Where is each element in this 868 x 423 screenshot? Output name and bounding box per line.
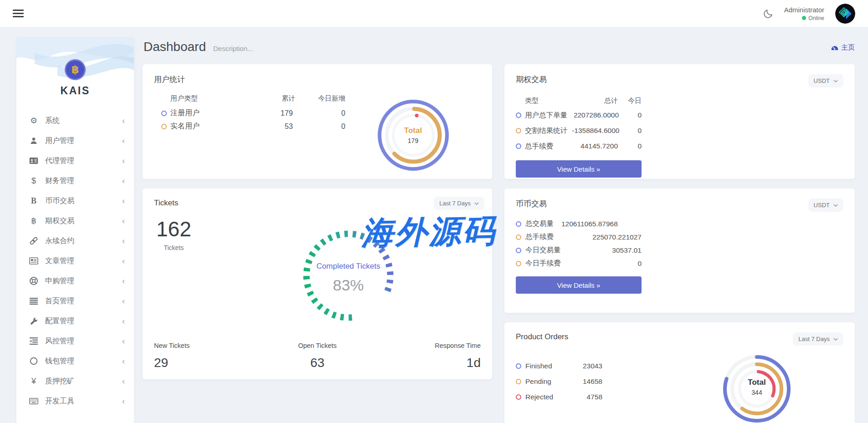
legend-dot-icon: [516, 112, 521, 118]
tickets-period-select[interactable]: Last 7 Days: [434, 197, 484, 210]
list-item: Rejected 4758: [516, 389, 602, 405]
user-stats-title: 用户统计: [154, 74, 481, 85]
chevron-icon: ‹: [122, 297, 125, 305]
dollar-icon: $: [28, 176, 39, 186]
brand-name: KAIS: [16, 85, 134, 97]
legend-dot-icon: [516, 394, 521, 400]
chevron-icon: ‹: [122, 137, 125, 145]
tickets-count-block: 162 Tickets: [156, 217, 191, 251]
chevron-icon: ‹: [122, 217, 125, 225]
product-orders-donut-chart: Total 344: [716, 348, 798, 423]
sidebar-item-system[interactable]: ⚙ 系统‹: [16, 111, 134, 131]
options-view-details-button[interactable]: View Details »: [516, 160, 642, 178]
product-orders-period-select[interactable]: Last 7 Days: [793, 332, 843, 346]
legend-dot-icon: [516, 261, 521, 266]
avatar[interactable]: [835, 4, 855, 24]
legend-dot-icon: [516, 248, 521, 253]
donut-center: Total 344: [716, 378, 798, 396]
gear-icon: ⚙: [28, 116, 39, 126]
sidebar: ฿ KAIS ⚙ 系统‹ 用户管理‹ 代理管理‹ $ 财务管理‹ B 币币交易: [16, 37, 134, 423]
yen-icon: ¥: [28, 377, 39, 386]
outdent-icon: [28, 337, 39, 345]
table-row: 总手续费 44145.7200 0: [516, 138, 642, 154]
options-currency-select[interactable]: USDT: [808, 74, 843, 87]
options-trading-title: 期权交易: [516, 74, 547, 85]
user-menu[interactable]: Administrator Online: [784, 6, 824, 21]
sidebar-item-spot-trading[interactable]: B 币币交易‹: [16, 191, 134, 211]
chevron-icon: ‹: [122, 337, 125, 345]
user-stats-donut-chart: Total 179: [345, 92, 481, 178]
chevron-icon: ‹: [122, 377, 125, 385]
sidebar-item-users[interactable]: 用户管理‹: [16, 131, 134, 151]
legend-dot-icon: [516, 234, 521, 240]
stat-new-tickets: New Tickets 29: [154, 342, 209, 370]
chevron-icon: ‹: [122, 157, 125, 165]
sidebar-item-risk-control[interactable]: 风控管理‹: [16, 331, 134, 351]
sidebar-item-config[interactable]: 配置管理‹: [16, 311, 134, 331]
user-stats-card: 用户统计 用户类型 累计 今日新增 注册用户 179 0: [143, 64, 492, 179]
stat-open-tickets: Open Tickets 63: [290, 342, 345, 370]
table-row: 实名用户 53 0: [161, 120, 345, 133]
donut-center: Total 179: [404, 126, 422, 144]
legend-dot-icon: [516, 221, 521, 227]
chevron-icon: ‹: [122, 277, 125, 285]
spot-view-details-button[interactable]: View Details »: [516, 276, 642, 294]
spot-trading-title: 币币交易: [516, 199, 547, 209]
legend-dot-icon: [516, 363, 521, 369]
tickets-stats-row: New Tickets 29 Open Tickets 63 Response …: [154, 342, 481, 370]
col-total: 累计: [246, 94, 296, 103]
sidebar-item-homepage[interactable]: 首页管理‹: [16, 291, 134, 311]
sidebar-item-agents[interactable]: 代理管理‹: [16, 151, 134, 171]
page-subtitle: Description...: [213, 45, 253, 52]
completed-tickets-gauge: Completed Tickets 83%: [297, 224, 400, 327]
chevron-icon: ‹: [122, 257, 125, 265]
spot-trading-rows: 总交易量 120611065.87968 总手续费 225070.221027 …: [516, 217, 642, 270]
sidebar-item-devtools[interactable]: 开发工具‹: [16, 391, 134, 411]
product-orders-card: Product Orders Last 7 Days Finished 2304…: [504, 322, 855, 423]
user-status: Online: [784, 15, 824, 21]
options-trading-table: 类型 总计 今日 用户总下单量 2207286.0000 0 交割结果统计 -1…: [516, 94, 642, 154]
sidebar-item-articles[interactable]: 文章管理‹: [16, 251, 134, 271]
top-navbar: Administrator Online: [0, 0, 868, 27]
list-item: 总手续费 225070.221027: [516, 230, 642, 244]
sidebar-item-finance[interactable]: $ 财务管理‹: [16, 171, 134, 191]
spot-currency-select[interactable]: USDT: [808, 199, 843, 212]
list-item: 总交易量 120611065.87968: [516, 217, 642, 230]
bars-icon: [28, 298, 39, 305]
sidebar-item-staking[interactable]: ¥ 质押挖矿‹: [16, 371, 134, 391]
table-row: 交割结果统计 -1358864.6000 0: [516, 123, 642, 138]
tickets-card: Tickets Last 7 Days 162 Tickets: [143, 189, 492, 379]
chevron-icon: ‹: [122, 237, 125, 245]
chevron-down-icon: [833, 80, 838, 82]
chevron-down-icon: [474, 202, 479, 205]
user-name: Administrator: [784, 6, 824, 14]
chevron-icon: ‹: [122, 177, 125, 185]
sidebar-item-subscription[interactable]: 申购管理‹: [16, 271, 134, 291]
avatar-logo-icon: [835, 4, 855, 24]
wrench-icon: [28, 317, 39, 325]
spot-trading-card: 币币交易 USDT 总交易量 120611065.87968: [504, 189, 855, 313]
legend-dot-icon: [516, 128, 521, 133]
table-row: 用户总下单量 2207286.0000 0: [516, 107, 642, 123]
keyboard-icon: [28, 398, 39, 404]
chevron-down-icon: [833, 204, 838, 207]
col-new-today: 今日新增: [295, 94, 345, 103]
online-dot-icon: [802, 16, 806, 20]
page-title: Dashboard: [144, 40, 206, 54]
user-stats-table: 用户类型 累计 今日新增 注册用户 179 0 实名用户: [154, 92, 345, 178]
tickets-count: 162: [156, 217, 191, 241]
product-orders-title: Product Orders: [516, 332, 568, 341]
stat-response-time: Response Time 1d: [426, 342, 481, 370]
options-trading-card: 期权交易 USDT 类型 总计 今日 用户总下单量: [504, 64, 855, 179]
sidebar-item-options-trading[interactable]: ฿ 期权交易‹: [16, 211, 134, 231]
gauge-center: Completed Tickets 83%: [297, 262, 400, 294]
dark-mode-toggle[interactable]: [763, 9, 773, 19]
newspaper-icon: [28, 257, 39, 265]
brand: ฿ KAIS: [16, 37, 134, 97]
breadcrumb-home-link[interactable]: 主页: [831, 43, 855, 52]
sidebar-item-perpetual-contracts[interactable]: 永续合约‹: [16, 231, 134, 251]
legend-dot-icon: [516, 143, 521, 149]
tachometer-icon: [831, 44, 838, 51]
sidebar-item-wallet[interactable]: 钱包管理‹: [16, 351, 134, 371]
hamburger-menu-icon[interactable]: [13, 10, 24, 17]
